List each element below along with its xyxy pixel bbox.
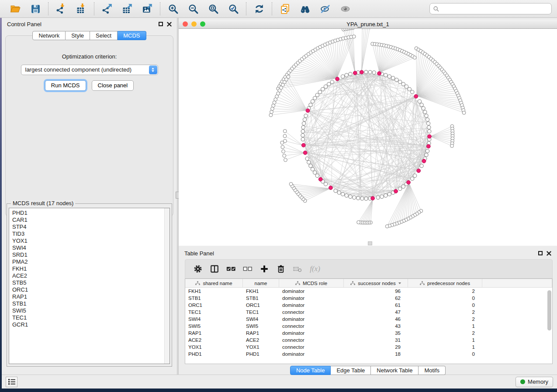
hub-node[interactable]	[422, 159, 426, 163]
mcds-list-scrollbar[interactable]	[164, 208, 170, 364]
hub-node[interactable]	[360, 70, 363, 74]
column-header-predecessor-nodes[interactable]: predecessor nodes	[408, 279, 482, 287]
select-all-rows-button[interactable]	[223, 261, 239, 276]
hub-node[interactable]	[301, 143, 305, 147]
table-row[interactable]: SWI5SWI5connector431	[185, 323, 552, 330]
show-elements-button[interactable]	[337, 2, 353, 16]
mcds-result-item[interactable]: ACE2	[12, 272, 170, 279]
column-header-mcds-role[interactable]: MCDS role	[279, 279, 344, 287]
hub-node[interactable]	[318, 177, 322, 181]
settings-gear-button[interactable]	[190, 261, 206, 276]
hub-node[interactable]	[353, 71, 357, 75]
zoom-in-button[interactable]	[165, 2, 181, 16]
float-panel-icon[interactable]	[159, 22, 163, 26]
mcds-result-item[interactable]: SWI5	[12, 307, 170, 314]
tab-mcds[interactable]: MCDS	[118, 31, 146, 40]
table-row[interactable]: FKH1FKH1dominator962	[185, 288, 552, 295]
optimization-criterion-select[interactable]: largest connected component (undirected)	[21, 65, 158, 75]
hub-node[interactable]	[426, 144, 430, 148]
float-table-panel-icon[interactable]	[538, 251, 543, 255]
mcds-result-item[interactable]: STP4	[12, 224, 170, 230]
hub-node[interactable]	[414, 94, 418, 98]
table-row[interactable]: RAP1RAP1dominator352	[185, 330, 552, 337]
close-panel-button[interactable]: Close panel	[92, 80, 134, 91]
import-table-button[interactable]	[73, 2, 90, 16]
mcds-result-item[interactable]: TID3	[12, 230, 170, 237]
mcds-result-item[interactable]: SWI4	[12, 244, 170, 251]
export-network-button[interactable]	[99, 2, 115, 16]
zoom-out-button[interactable]	[185, 2, 201, 16]
table-row[interactable]: TEC1TEC1connector472	[185, 309, 552, 316]
show-columns-button[interactable]	[206, 261, 223, 276]
mcds-result-item[interactable]: FKH1	[12, 265, 170, 272]
table-row[interactable]: ORC1ORC1dominator610	[185, 302, 552, 309]
hub-node[interactable]	[371, 196, 375, 200]
hub-node[interactable]	[303, 151, 307, 155]
mcds-result-item[interactable]: PMA2	[12, 258, 170, 265]
mcds-result-list[interactable]: PHD1CAR1STP4TID3YOX1SWI4SRD1PMA2FKH1ACE2…	[9, 208, 170, 364]
hub-node[interactable]	[377, 72, 381, 76]
canvas-splitter-handle[interactable]	[368, 241, 372, 245]
mcds-result-item[interactable]: CAR1	[12, 217, 170, 224]
mcds-result-item[interactable]: PHD1	[12, 210, 170, 217]
close-table-panel-icon[interactable]	[547, 251, 551, 256]
save-session-button[interactable]	[27, 2, 44, 16]
hub-node[interactable]	[336, 77, 339, 81]
table-row[interactable]: STB1STB1dominator620	[185, 295, 552, 302]
table-row[interactable]: PHD1PHD1dominator180	[185, 351, 552, 358]
open-file-button[interactable]	[7, 2, 24, 16]
memory-button[interactable]: Memory	[515, 377, 553, 387]
column-header-successor-nodes[interactable]: successor nodes	[344, 279, 408, 287]
tab-edge-table[interactable]: Edge Table	[331, 366, 371, 375]
network-canvas[interactable]	[179, 29, 557, 246]
mcds-result-item[interactable]: RAP1	[12, 293, 170, 300]
search-field[interactable]	[429, 3, 552, 14]
mcds-result-item[interactable]: YOX1	[12, 237, 170, 244]
mcds-result-item[interactable]: SRD1	[12, 251, 170, 258]
show-panels-button[interactable]	[6, 377, 17, 387]
mcds-result-item[interactable]: TEC1	[12, 314, 170, 321]
hub-node[interactable]	[428, 134, 432, 138]
import-network-button[interactable]	[53, 2, 69, 16]
mcds-result-item[interactable]: GCR1	[12, 321, 170, 328]
export-image-button[interactable]	[139, 2, 156, 16]
deselect-all-rows-button[interactable]	[239, 261, 256, 276]
delete-column-button[interactable]	[273, 261, 289, 276]
window-minimize-button[interactable]	[191, 21, 197, 27]
hub-node[interactable]	[407, 180, 411, 184]
share-network-button[interactable]	[277, 2, 293, 16]
table-row[interactable]: ACE2ACE2connector311	[185, 337, 552, 344]
column-header-shared-name[interactable]: shared name	[185, 279, 243, 287]
hub-node[interactable]	[329, 186, 333, 190]
table-row[interactable]: YOX1YOX1connector291	[185, 344, 552, 351]
tab-network[interactable]: Network	[32, 31, 66, 40]
tab-style[interactable]: Style	[66, 31, 90, 40]
export-table-button[interactable]	[119, 2, 135, 16]
run-mcds-button[interactable]: Run MCDS	[45, 80, 86, 91]
mcds-result-item[interactable]: STB1	[12, 300, 170, 307]
column-header-name[interactable]: name	[243, 279, 279, 287]
mcds-result-item[interactable]: ORC1	[12, 286, 170, 293]
mcds-result-item[interactable]: STB5	[12, 279, 170, 286]
tab-node-table[interactable]: Node Table	[290, 366, 331, 375]
hide-elements-button[interactable]	[317, 2, 333, 16]
cell-shared-name: SWI5	[185, 323, 243, 330]
search-input[interactable]	[442, 6, 548, 12]
close-panel-icon[interactable]	[167, 22, 172, 27]
table-row[interactable]: SWI4SWI4dominator462	[185, 316, 552, 323]
add-column-button[interactable]	[256, 261, 273, 276]
hub-node[interactable]	[394, 189, 398, 193]
window-zoom-button[interactable]	[200, 21, 205, 27]
window-close-button[interactable]	[183, 21, 188, 27]
search-binoculars-button[interactable]	[297, 2, 313, 16]
hub-node[interactable]	[417, 169, 421, 173]
tab-select[interactable]: Select	[90, 31, 118, 40]
tab-network-table[interactable]: Network Table	[371, 366, 419, 375]
zoom-fit-button[interactable]	[205, 2, 221, 16]
table-scrollbar-thumb[interactable]	[547, 290, 551, 330]
tab-motifs[interactable]: Motifs	[419, 366, 446, 375]
cell-shared-name: ORC1	[185, 302, 243, 309]
hub-node[interactable]	[306, 109, 310, 113]
zoom-selected-button[interactable]	[225, 2, 242, 16]
refresh-view-button[interactable]	[251, 2, 267, 16]
